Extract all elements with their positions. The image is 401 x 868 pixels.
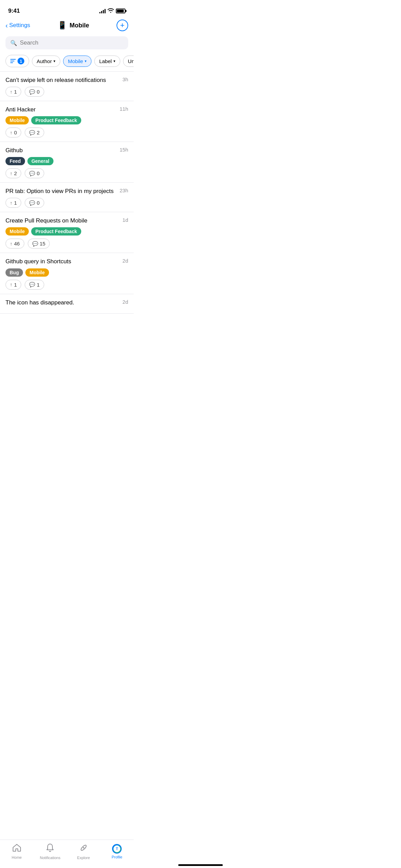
tag-mobile: Mobile <box>5 116 29 124</box>
tag-bug: Bug <box>5 268 23 277</box>
item-stats: ↑ 0 💬 2 <box>5 128 128 137</box>
chevron-down-icon: ▾ <box>85 59 87 63</box>
item-title: Github <box>5 147 120 154</box>
comment-stat[interactable]: 💬 0 <box>25 87 44 97</box>
nav-header: ‹ Settings 📱 Mobile + <box>0 17 134 34</box>
filter-label-label: Label <box>99 58 112 64</box>
list-item[interactable]: PR tab: Option to view PRs in my project… <box>0 183 134 212</box>
filter-author-chip[interactable]: Author ▾ <box>32 56 60 67</box>
upvote-icon: ↑ <box>10 282 12 287</box>
filter-author-label: Author <box>37 58 52 64</box>
comment-icon: 💬 <box>29 130 35 135</box>
list-item[interactable]: The icon has disappeared. 2d <box>0 294 134 314</box>
item-time: 15h <box>120 147 128 153</box>
list-item[interactable]: Github query in Shortcuts 2d Bug Mobile … <box>0 253 134 294</box>
item-stats: ↑ 1 💬 0 <box>5 87 128 97</box>
item-title: Github query in Shortcuts <box>5 258 122 265</box>
add-button[interactable]: + <box>117 20 128 31</box>
filter-mobile-chip[interactable]: Mobile ▾ <box>63 56 92 67</box>
item-header: PR tab: Option to view PRs in my project… <box>5 188 128 195</box>
filter-unanswered-chip[interactable]: Unanswer... <box>123 56 134 67</box>
comment-icon: 💬 <box>29 89 35 95</box>
discussion-list: Can't swipe left on release notification… <box>0 71 134 348</box>
item-time: 3h <box>122 76 128 82</box>
item-time: 2d <box>122 258 128 264</box>
item-header: Anti Hacker 11h <box>5 106 128 113</box>
upvote-icon: ↑ <box>10 241 12 246</box>
item-tags: Feed General <box>5 157 128 165</box>
item-stats: ↑ 2 💬 0 <box>5 168 128 178</box>
chevron-down-icon: ▾ <box>113 59 116 63</box>
nav-title: 📱 Mobile <box>58 21 89 30</box>
item-header: The icon has disappeared. 2d <box>5 299 128 306</box>
list-item[interactable]: Github 15h Feed General ↑ 2 💬 0 <box>0 142 134 183</box>
upvote-stat[interactable]: ↑ 1 <box>5 280 21 290</box>
upvote-count: 1 <box>14 89 17 95</box>
comment-stat[interactable]: 💬 0 <box>25 168 44 178</box>
signal-icon <box>99 9 106 13</box>
chevron-down-icon: ▾ <box>53 59 56 63</box>
item-stats: ↑ 46 💬 15 <box>5 239 128 249</box>
comment-stat[interactable]: 💬 1 <box>25 280 44 290</box>
search-container: 🔍 <box>0 34 134 53</box>
comment-count: 1 <box>37 282 39 288</box>
comment-stat[interactable]: 💬 2 <box>25 128 44 137</box>
comment-count: 0 <box>37 200 39 206</box>
search-icon: 🔍 <box>10 40 17 46</box>
comment-icon: 💬 <box>32 241 38 246</box>
search-input[interactable] <box>20 39 123 46</box>
upvote-stat[interactable]: ↑ 46 <box>5 239 24 249</box>
wifi-icon <box>108 8 114 14</box>
tag-product-feedback: Product Feedback <box>31 116 81 124</box>
search-bar: 🔍 <box>5 36 128 49</box>
item-header: Github query in Shortcuts 2d <box>5 258 128 265</box>
upvote-count: 46 <box>14 241 20 246</box>
upvote-icon: ↑ <box>10 200 12 206</box>
item-stats: ↑ 1 💬 0 <box>5 198 128 208</box>
item-header: Can't swipe left on release notification… <box>5 76 128 84</box>
upvote-icon: ↑ <box>10 130 12 135</box>
comment-count: 0 <box>37 170 39 176</box>
comment-stat[interactable]: 💬 0 <box>25 198 44 208</box>
list-item[interactable]: Anti Hacker 11h Mobile Product Feedback … <box>0 101 134 142</box>
filter-unanswered-label: Unanswer... <box>128 58 134 64</box>
status-bar: 9:41 <box>0 0 134 17</box>
filter-row: 1 Author ▾ Mobile ▾ Label ▾ Unanswer... <box>0 53 134 71</box>
item-header: Create Pull Requests on Mobile 1d <box>5 217 128 225</box>
item-title: The icon has disappeared. <box>5 299 122 306</box>
comment-stat[interactable]: 💬 15 <box>28 239 50 249</box>
status-icons <box>99 8 125 14</box>
upvote-count: 1 <box>14 282 17 288</box>
battery-icon <box>116 9 125 13</box>
comment-icon: 💬 <box>29 200 35 206</box>
tag-mobile: Mobile <box>25 268 49 277</box>
status-time: 9:41 <box>8 8 20 14</box>
upvote-icon: ↑ <box>10 89 12 95</box>
item-header: Github 15h <box>5 147 128 154</box>
back-chevron-icon: ‹ <box>5 22 8 29</box>
filter-lines-icon <box>10 59 16 63</box>
filter-mobile-label: Mobile <box>68 58 83 64</box>
list-item[interactable]: Can't swipe left on release notification… <box>0 72 134 101</box>
item-title: Anti Hacker <box>5 106 120 113</box>
list-item[interactable]: Create Pull Requests on Mobile 1d Mobile… <box>0 212 134 253</box>
filter-all-chip[interactable]: 1 <box>5 55 29 67</box>
filter-label-chip[interactable]: Label ▾ <box>94 56 120 67</box>
comment-count: 0 <box>37 89 39 95</box>
upvote-stat[interactable]: ↑ 0 <box>5 128 21 137</box>
tag-general: General <box>27 157 53 165</box>
mobile-icon: 📱 <box>58 21 67 30</box>
item-time: 2d <box>122 299 128 305</box>
tag-mobile: Mobile <box>5 227 29 236</box>
tag-feed: Feed <box>5 157 25 165</box>
upvote-stat[interactable]: ↑ 1 <box>5 198 21 208</box>
upvote-stat[interactable]: ↑ 1 <box>5 87 21 97</box>
item-stats: ↑ 1 💬 1 <box>5 280 128 290</box>
item-tags: Bug Mobile <box>5 268 128 277</box>
nav-title-text: Mobile <box>70 22 89 29</box>
comment-count: 15 <box>40 241 46 246</box>
back-button[interactable]: ‹ Settings <box>5 22 30 29</box>
item-time: 23h <box>120 188 128 193</box>
upvote-count: 1 <box>14 200 17 206</box>
upvote-stat[interactable]: ↑ 2 <box>5 168 21 178</box>
